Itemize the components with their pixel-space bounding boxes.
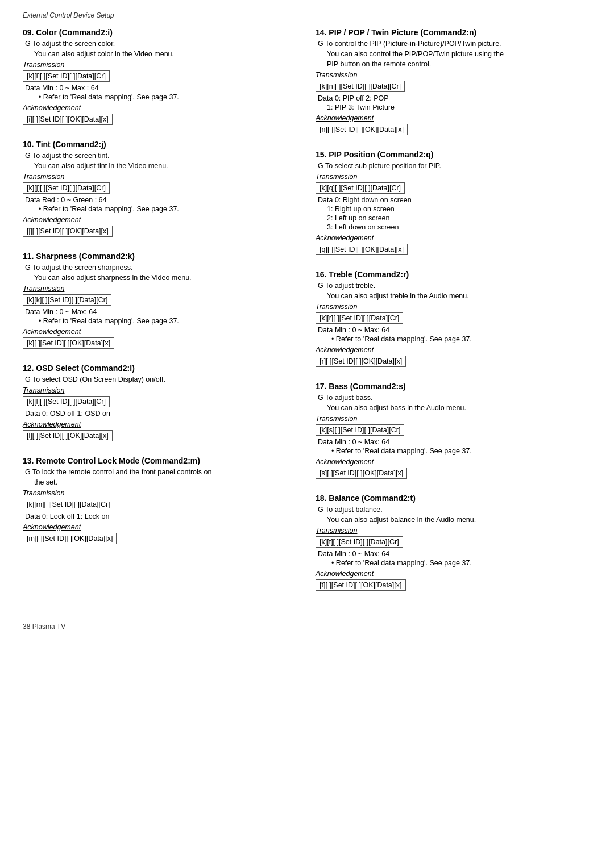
section-15-transmission-code: [k][q][ ][Set ID][ ][Data][Cr] — [316, 182, 405, 194]
section-11: 11. Sharpness (Command2:k)G To adjust th… — [23, 252, 298, 351]
section-10-desc: G To adjust the screen tint. — [25, 152, 298, 160]
section-12: 12. OSD Select (Command2:l)G To select O… — [23, 364, 298, 444]
section-15-title: 15. PIP Position (Command2:q) — [316, 150, 591, 159]
section-14-desc2: You can also control the PIP/POP/Twin pi… — [327, 50, 591, 58]
section-17-transmission-code: [k][s][ ][Set ID][ ][Data][Cr] — [316, 424, 404, 436]
section-13-desc2: the set. — [34, 478, 298, 486]
section-15-data-line-3: 3: Left down on screen — [327, 223, 591, 231]
section-15-ack-label: Acknowledgement — [316, 234, 591, 242]
section-15-data-line-1: 1: Right up on screen — [327, 205, 591, 213]
section-13-ack-label: Acknowledgement — [23, 523, 298, 531]
section-14-transmission-code: [k][n][ ][Set ID][ ][Data][Cr] — [316, 81, 405, 92]
section-16-ack-label: Acknowledgement — [316, 346, 591, 354]
page-footer: 38 Plasma TV — [23, 623, 591, 631]
section-11-ack-code: [k][ ][Set ID][ ][OK][Data][x] — [23, 337, 114, 349]
section-10: 10. Tint (Command2:j)G To adjust the scr… — [23, 140, 298, 239]
left-column: 09. Color (Command2:i)G To adjust the sc… — [23, 28, 298, 606]
section-17-desc: G To adjust bass. — [318, 394, 591, 402]
section-17-ack-code: [s][ ][Set ID][ ][OK][Data][x] — [316, 468, 407, 479]
section-12-data-line-0: Data 0: OSD off 1: OSD on — [25, 410, 298, 418]
section-18-bullet-0: • Refer to 'Real data mapping'. See page… — [331, 559, 591, 567]
section-10-desc2: You can also adjust tint in the Video me… — [34, 162, 298, 170]
section-17-transmission-label: Transmission — [316, 415, 591, 423]
section-10-transmission-label: Transmission — [23, 173, 298, 181]
section-14-desc3: PIP button on the remote control. — [327, 60, 591, 68]
section-10-data-line-0: Data Red : 0 ~ Green : 64 — [25, 196, 298, 204]
section-18-transmission-label: Transmission — [316, 527, 591, 535]
section-17-bullet-0: • Refer to 'Real data mapping'. See page… — [331, 447, 591, 455]
section-14-desc: G To control the PIP (Picture-in-Picture… — [318, 40, 591, 48]
section-15-transmission-label: Transmission — [316, 173, 591, 181]
section-13-ack-code: [m][ ][Set ID][ ][OK][Data][x] — [23, 533, 117, 544]
section-12-title: 12. OSD Select (Command2:l) — [23, 364, 298, 373]
section-13: 13. Remote Control Lock Mode (Command2:m… — [23, 456, 298, 546]
section-16-data-line-0: Data Min : 0 ~ Max: 64 — [318, 326, 591, 334]
section-11-transmission-code: [k][k][ ][Set ID][ ][Data][Cr] — [23, 294, 111, 306]
section-16-desc2: You can also adjust treble in the Audio … — [327, 292, 591, 300]
section-10-ack-code: [j][ ][Set ID][ ][OK][Data][x] — [23, 226, 113, 237]
section-14-transmission-label: Transmission — [316, 71, 591, 79]
section-16-bullet-0: • Refer to 'Real data mapping'. See page… — [331, 335, 591, 343]
section-17-title: 17. Bass (Command2:s) — [316, 382, 591, 391]
section-18-desc2: You can also adjust balance in the Audio… — [327, 516, 591, 524]
section-11-desc: G To adjust the screen sharpness. — [25, 264, 298, 272]
section-12-ack-code: [l][ ][Set ID][ ][OK][Data][x] — [23, 430, 113, 441]
section-17-ack-label: Acknowledgement — [316, 458, 591, 466]
section-09-title: 09. Color (Command2:i) — [23, 28, 298, 37]
section-10-transmission-code: [k][j][ ][Set ID][ ][Data][Cr] — [23, 182, 110, 194]
section-14-ack-code: [n][ ][Set ID][ ][OK][Data][x] — [316, 124, 408, 135]
section-09-ack-label: Acknowledgement — [23, 104, 298, 112]
section-09-desc2: You can also adjust color in the Video m… — [34, 50, 298, 58]
section-18-ack-code: [t][ ][Set ID][ ][OK][Data][x] — [316, 579, 406, 591]
section-11-bullet-0: • Refer to 'Real data mapping'. See page… — [39, 317, 298, 325]
right-column: 14. PIP / POP / Twin Picture (Command2:n… — [316, 28, 591, 606]
section-12-ack-label: Acknowledgement — [23, 420, 298, 428]
section-09: 09. Color (Command2:i)G To adjust the sc… — [23, 28, 298, 127]
section-11-title: 11. Sharpness (Command2:k) — [23, 252, 298, 261]
section-18-title: 18. Balance (Command2:t) — [316, 494, 591, 503]
section-15-data-line-2: 2: Left up on screen — [327, 214, 591, 222]
section-13-desc: G To lock the remote control and the fro… — [25, 468, 298, 476]
section-10-bullet-0: • Refer to 'Real data mapping'. See page… — [39, 205, 298, 213]
section-16-title: 16. Treble (Command2:r) — [316, 270, 591, 279]
section-14-ack-label: Acknowledgement — [316, 114, 591, 122]
section-16: 16. Treble (Command2:r)G To adjust trebl… — [316, 270, 591, 369]
section-11-data-line-0: Data Min : 0 ~ Max: 64 — [25, 308, 298, 316]
section-17: 17. Bass (Command2:s)G To adjust bass.Yo… — [316, 382, 591, 481]
section-13-data-line-0: Data 0: Lock off 1: Lock on — [25, 512, 298, 520]
section-11-desc2: You can also adjust sharpness in the Vid… — [34, 274, 298, 282]
section-12-transmission-code: [k][l][ ][Set ID][ ][Data][Cr] — [23, 396, 110, 407]
section-13-transmission-code: [k][m][ ][Set ID][ ][Data][Cr] — [23, 499, 114, 510]
section-13-transmission-label: Transmission — [23, 489, 298, 497]
section-16-transmission-code: [k][r][ ][Set ID][ ][Data][Cr] — [316, 312, 403, 324]
section-12-desc: G To select OSD (On Screen Display) on/o… — [25, 375, 298, 383]
section-09-bullet-0: • Refer to 'Real data mapping'. See page… — [39, 93, 298, 101]
section-10-ack-label: Acknowledgement — [23, 216, 298, 224]
section-15-ack-code: [q][ ][Set ID][ ][OK][Data][x] — [316, 244, 408, 255]
section-16-transmission-label: Transmission — [316, 303, 591, 311]
section-14-data-line-1: 1: PIP 3: Twin Picture — [327, 103, 591, 111]
section-17-data-line-0: Data Min : 0 ~ Max: 64 — [318, 438, 591, 446]
section-14: 14. PIP / POP / Twin Picture (Command2:n… — [316, 28, 591, 137]
page-header: External Control Device Setup — [23, 11, 591, 23]
section-09-data-line-0: Data Min : 0 ~ Max : 64 — [25, 84, 298, 92]
section-12-transmission-label: Transmission — [23, 386, 298, 394]
section-18-desc: G To adjust balance. — [318, 506, 591, 514]
section-14-data-line-0: Data 0: PIP off 2: POP — [318, 94, 591, 102]
section-09-transmission-code: [k][i][ ][Set ID][ ][Data][Cr] — [23, 70, 110, 82]
section-11-ack-label: Acknowledgement — [23, 328, 298, 336]
section-16-desc: G To adjust treble. — [318, 282, 591, 290]
section-11-transmission-label: Transmission — [23, 285, 298, 293]
section-09-transmission-label: Transmission — [23, 61, 298, 69]
section-15: 15. PIP Position (Command2:q)G To select… — [316, 150, 591, 257]
section-13-title: 13. Remote Control Lock Mode (Command2:m… — [23, 456, 298, 465]
section-10-title: 10. Tint (Command2:j) — [23, 140, 298, 149]
section-15-data-line-0: Data 0: Right down on screen — [318, 196, 591, 204]
section-16-ack-code: [r][ ][Set ID][ ][OK][Data][x] — [316, 356, 406, 367]
section-18-data-line-0: Data Min : 0 ~ Max: 64 — [318, 550, 591, 558]
section-14-title: 14. PIP / POP / Twin Picture (Command2:n… — [316, 28, 591, 37]
section-09-ack-code: [i][ ][Set ID][ ][OK][Data][x] — [23, 114, 113, 125]
section-15-desc: G To select sub picture position for PIP… — [318, 162, 591, 170]
section-17-desc2: You can also adjust bass in the Audio me… — [327, 404, 591, 412]
section-09-desc: G To adjust the screen color. — [25, 40, 298, 48]
